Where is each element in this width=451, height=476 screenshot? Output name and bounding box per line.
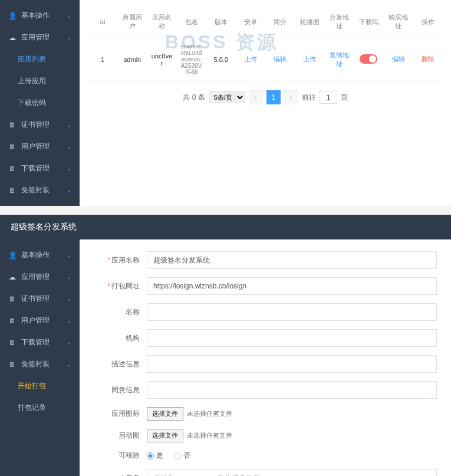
android-upload-link[interactable]: 上传	[244, 55, 257, 63]
cell-id: 1	[88, 37, 117, 82]
file-none-icon: 未选择任何文件	[187, 409, 232, 418]
sidebar-item-label: 用户管理	[21, 316, 50, 326]
input-name[interactable]	[147, 303, 437, 321]
doc-icon: 🗎	[8, 143, 17, 151]
input-bundle[interactable]	[147, 469, 437, 476]
buy-edit-link[interactable]: 编辑	[392, 55, 405, 63]
th-dist: 分发地址	[324, 7, 354, 37]
chevron-down-icon: ⌄	[67, 339, 71, 346]
sidebar-item-cert[interactable]: 🗎证书管理⌄	[0, 114, 80, 136]
page-title: 超级签名分发系统	[0, 215, 451, 239]
sidebar-item-app[interactable]: ☁应用管理⌄	[0, 27, 80, 48]
sidebar-item-label: 开始打包	[18, 381, 46, 391]
cloud-icon: ☁	[8, 34, 17, 42]
label-splash: 启动图	[94, 431, 147, 441]
sidebar-item-cert[interactable]: 🗎证书管理⌄	[0, 288, 80, 310]
pagination: 共 0 条 5条/页 ‹ 1 › 前往 页	[88, 90, 443, 104]
pager-size-select[interactable]: 5条/页	[209, 91, 245, 103]
sidebar-item-basic[interactable]: 👤基本操作⌄	[0, 5, 80, 27]
chevron-down-icon: ⌄	[67, 361, 71, 367]
pager-prev[interactable]: ‹	[249, 90, 263, 104]
input-consent[interactable]	[147, 381, 437, 399]
sidebar-item-label: 免签封装	[21, 359, 50, 369]
sidebar-item-label: 应用管理	[21, 32, 50, 42]
radio-dot-icon	[174, 452, 181, 459]
chevron-down-icon: ⌄	[67, 165, 71, 172]
user-icon: 👤	[8, 12, 17, 20]
doc-icon: 🗎	[8, 339, 17, 347]
sidebar-item-label: 基本操作	[21, 250, 50, 260]
table-row: 1 admin unc0ver science.xnu.undecimus.A2…	[88, 37, 443, 82]
chevron-down-icon: ⌄	[67, 143, 71, 150]
sidebar-item-label: 用户管理	[21, 142, 50, 152]
pager-unit: 页	[341, 93, 348, 103]
file-button-splash[interactable]: 选择文件	[147, 429, 183, 442]
th-intro: 简介	[265, 7, 295, 37]
sidebar-item-label: 证书管理	[21, 120, 50, 130]
sidebar-item-download-pwd[interactable]: 下载密码	[0, 92, 80, 114]
label-bundle: 包名	[94, 473, 147, 477]
delete-link[interactable]: 删除	[422, 55, 434, 63]
sidebar-item-upload-app[interactable]: 上传应用	[0, 70, 80, 92]
table-content: id 所属用户 应用名称 包名 版本 安卓 简介 轮播图 分发地址 下载码 购买…	[80, 0, 451, 206]
th-user: 所属用户	[117, 7, 147, 37]
th-id: id	[88, 7, 117, 37]
radio-no[interactable]: 否	[174, 451, 190, 461]
radio-dot-icon	[147, 452, 154, 459]
sidebar-item-nosign[interactable]: 🗎免签封装⌄	[0, 179, 80, 201]
sidebar-item-label: 证书管理	[21, 294, 50, 304]
sidebar-item-user[interactable]: 🗎用户管理⌄	[0, 310, 80, 331]
label-name: 名称	[94, 307, 147, 317]
label-desc: 描述信息	[94, 359, 147, 369]
label-removable: 可移除	[94, 451, 147, 461]
sidebar-item-download[interactable]: 🗎下载管理⌄	[0, 331, 80, 353]
pager-next[interactable]: ›	[284, 90, 298, 104]
th-pkg: 包名	[176, 7, 206, 37]
sidebar-item-label: 下载管理	[21, 163, 50, 173]
sidebar-top: 👤基本操作⌄ ☁应用管理⌄ 应用列表 上传应用 下载密码 🗎证书管理⌄ 🗎用户管…	[0, 0, 80, 206]
sidebar-item-app-list[interactable]: 应用列表	[0, 48, 80, 70]
sidebar-item-basic[interactable]: 👤基本操作⌄	[0, 244, 80, 266]
sidebar-item-download[interactable]: 🗎下载管理⌄	[0, 157, 80, 179]
sidebar-item-nosign[interactable]: 🗎免签封装⌄	[0, 353, 80, 375]
pager-goto-input[interactable]	[320, 91, 337, 104]
sidebar-item-label: 应用管理	[21, 272, 50, 282]
file-button-icon[interactable]: 选择文件	[147, 407, 183, 421]
input-desc[interactable]	[147, 355, 437, 373]
th-op: 操作	[413, 7, 443, 37]
pager-page-1[interactable]: 1	[266, 90, 281, 104]
input-org[interactable]	[147, 329, 437, 347]
sidebar-item-start-pack[interactable]: 开始打包	[0, 375, 80, 397]
chevron-down-icon: ⌄	[67, 296, 71, 302]
chevron-down-icon: ⌄	[67, 317, 71, 324]
carousel-upload-link[interactable]: 上传	[303, 55, 316, 63]
pager-total: 共 0 条	[183, 93, 205, 103]
sidebar-item-app[interactable]: ☁应用管理⌄	[0, 266, 80, 288]
radio-yes[interactable]: 是	[147, 451, 163, 461]
sidebar-item-label: 免签封装	[21, 185, 50, 195]
app-table: id 所属用户 应用名称 包名 版本 安卓 简介 轮播图 分发地址 下载码 购买…	[88, 7, 443, 82]
chevron-down-icon: ⌄	[67, 187, 71, 193]
label-appicon: 应用图标	[94, 409, 147, 419]
cloud-icon: ☁	[8, 273, 17, 281]
dlcode-switch[interactable]	[360, 54, 377, 64]
chevron-down-icon: ⌄	[67, 252, 71, 258]
th-ver: 版本	[206, 7, 236, 37]
th-android: 安卓	[236, 7, 265, 37]
radio-yes-label: 是	[156, 451, 163, 461]
dist-copy-link[interactable]: 复制地址	[330, 51, 349, 67]
sidebar-item-label: 应用列表	[18, 54, 46, 64]
chevron-down-icon: ⌄	[67, 274, 71, 280]
sidebar-item-pack-log[interactable]: 打包记录	[0, 397, 80, 419]
input-url[interactable]	[147, 277, 437, 295]
pager-goto-label: 前往	[302, 93, 316, 103]
file-none-splash: 未选择任何文件	[187, 431, 232, 440]
radio-no-label: 否	[183, 451, 190, 461]
doc-icon: 🗎	[8, 186, 17, 195]
sidebar-item-label: 打包记录	[18, 403, 46, 413]
label-consent: 同意信息	[94, 385, 147, 395]
sidebar-item-user[interactable]: 🗎用户管理⌄	[0, 136, 80, 157]
input-appname[interactable]	[147, 251, 437, 269]
intro-edit-link[interactable]: 编辑	[274, 55, 287, 63]
sidebar-item-label: 下载管理	[21, 337, 50, 347]
